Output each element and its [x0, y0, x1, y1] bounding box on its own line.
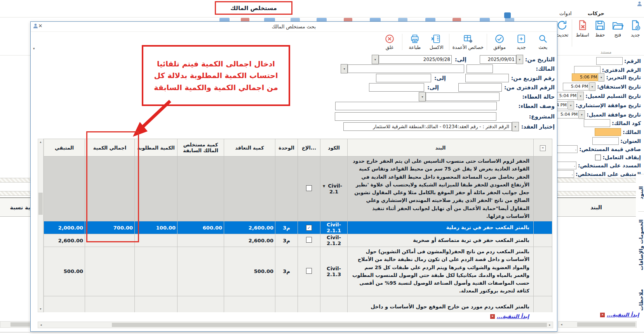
scrollbar-thumb[interactable]	[112, 323, 547, 327]
row-checkbox[interactable]	[306, 237, 312, 243]
expander-icon[interactable]: ▼	[323, 184, 325, 188]
distribution-to-input[interactable]	[376, 74, 431, 82]
quick-access-icon[interactable]	[504, 12, 511, 18]
contract-label: إختيار العقد:	[521, 124, 555, 130]
dialog-filter-link[interactable]: إبدأ التنقية... ✕	[490, 313, 529, 319]
row-checkbox[interactable]	[306, 225, 312, 231]
address-input[interactable]	[592, 137, 619, 145]
save-button[interactable]: حفظ	[592, 19, 609, 47]
number-input[interactable]	[596, 57, 623, 65]
stop-dealing-checkbox[interactable]	[595, 155, 601, 160]
scroll-left-arrow-icon[interactable]: ◂	[38, 323, 44, 327]
side-tab-items[interactable]: البنود	[638, 174, 644, 211]
table-row[interactable]: بالمتر المكعب حفر في تربة متماسكة أو صخر…	[44, 234, 552, 247]
contract-qty-column-header[interactable]: كمية التعاقد	[224, 139, 275, 157]
user-icon[interactable]	[637, 1, 642, 7]
due-time-input[interactable]: 5:04 PM	[563, 83, 589, 90]
form-row-date: التاريخ من: ▾ 2025/09/01 إلى: 2025/09/28…	[372, 55, 555, 64]
close-dialog-button[interactable]: غلق	[379, 34, 400, 50]
book-to-input[interactable]	[369, 83, 424, 92]
column-properties-button[interactable]: خصائص الأعمدة	[451, 34, 485, 50]
grid-vertical-scrollbar[interactable]: ▴ ▾	[38, 139, 44, 312]
background-horizontal-scrollbar[interactable]: ◂	[558, 321, 637, 328]
check-column-header[interactable]: ...الإخ	[298, 139, 320, 157]
chevron-down-icon[interactable]: ▾	[568, 101, 574, 110]
group-column-header[interactable]: –	[534, 139, 552, 157]
new-record-button[interactable]: جديد	[510, 34, 532, 50]
chevron-down-icon[interactable]: ▾	[589, 82, 595, 91]
chevron-down-icon[interactable]: ▾	[372, 55, 379, 64]
scroll-down-arrow-icon[interactable]: ▾	[38, 306, 43, 312]
close-icon[interactable]: ✕	[35, 23, 45, 30]
previous-qty-column-header[interactable]: كمية مستخلص المالك السابقة	[178, 139, 224, 157]
side-tab-discounts[interactable]: الخصومات والإضافات	[638, 211, 644, 278]
clear-filter-icon[interactable]: ✕	[490, 314, 495, 319]
scrollbar-thumb[interactable]	[577, 322, 635, 327]
project-input[interactable]	[335, 112, 496, 121]
background-table-header-left: ية نسبة	[0, 197, 33, 217]
new-button[interactable]: جديد	[627, 19, 644, 47]
remaining-cell: 2,600.00	[44, 234, 85, 247]
chevron-down-icon[interactable]: ▾	[598, 73, 604, 82]
table-row-partial[interactable]: بالمتر المكعب ردم مورد من خارج الموقع حو…	[44, 296, 552, 312]
total-qty-column-header[interactable]: اجمالي الكمية	[85, 139, 135, 157]
required-qty-cell[interactable]: 100.00	[135, 221, 178, 234]
date-from-input[interactable]: 2025/09/01	[480, 55, 516, 64]
tender-desc-label: وصف العطاء:	[519, 103, 555, 109]
collapse-icon[interactable]: –	[540, 145, 546, 151]
open-button[interactable]: فتح	[609, 19, 626, 47]
scroll-up-arrow-icon[interactable]: ▴	[38, 139, 43, 145]
ok-button[interactable]: موافق	[489, 34, 510, 50]
side-tab-notes[interactable]: ملاحظات	[638, 278, 644, 322]
table-gear-icon	[463, 34, 473, 44]
unit-column-header[interactable]: الوحدة	[275, 139, 298, 157]
book-from-input[interactable]	[458, 83, 502, 92]
chevron-down-icon[interactable]: ▾	[341, 64, 348, 73]
contract-qty-cell: 500.00	[224, 247, 275, 296]
total-qty-cell[interactable]: 700.00	[85, 221, 135, 234]
background-horizontal-scrollbar-left[interactable]	[0, 321, 31, 328]
tender-desc-input[interactable]	[335, 102, 497, 110]
owner-code-search-input[interactable]	[466, 64, 493, 73]
scroll-left-arrow-icon[interactable]: ◂	[559, 323, 564, 326]
dialog-horizontal-scrollbar[interactable]: ▸ ◂	[38, 322, 553, 328]
print-button[interactable]: طباعة	[404, 34, 426, 50]
scroll-right-arrow-icon[interactable]: ▸	[547, 323, 553, 327]
chevron-down-icon[interactable]: ▾	[578, 92, 584, 100]
table-row-group[interactable]: الحفر لزوم الاساسات حتى منسوب التاسيس عل…	[44, 157, 552, 221]
row-checkbox[interactable]	[306, 185, 312, 191]
owner-input[interactable]	[595, 128, 621, 136]
table-row[interactable]: بالمتر المكعب ردم من ناتج الحفر(والمشون …	[44, 247, 552, 296]
background-filter-link[interactable]: إبدأ التنقية... ✕	[600, 312, 639, 318]
code-column-header[interactable]: الكود	[320, 139, 348, 157]
chevron-down-icon[interactable]: ▾	[512, 122, 519, 131]
search-button[interactable]: بحث	[532, 34, 554, 50]
scrollbar-thumb[interactable]	[38, 193, 43, 215]
item-column-header[interactable]: البند	[348, 139, 534, 157]
owner-name-search-input[interactable]	[348, 64, 464, 73]
chevron-down-icon[interactable]: ▾	[516, 55, 523, 64]
clear-filter-icon[interactable]: ✕	[600, 313, 605, 317]
tab-transactions[interactable]: حركات	[588, 10, 604, 16]
owner-code-input[interactable]	[584, 119, 610, 127]
dialog-titlebar[interactable]: بحث مستخلص المالك ✕	[31, 22, 557, 32]
distribution-from-input[interactable]	[465, 74, 509, 82]
drop-button[interactable]: اسقاط	[574, 19, 591, 47]
field-label: الرقم الدفترى:	[602, 67, 641, 73]
book-number-input[interactable]	[574, 66, 600, 74]
scrollbar-thumb[interactable]	[10, 322, 30, 327]
table-row-selected[interactable]: بالمتر المكعب حفر في تربة رملية Civil-2.…	[44, 221, 552, 234]
date-to-input[interactable]: 2025/09/28	[379, 55, 452, 64]
edit-time-input[interactable]: 5:06 PM	[572, 73, 598, 81]
chevron-down-icon[interactable]: ▾	[419, 92, 426, 101]
contract-select[interactable]: الرقم الدفتر : - رقم العقد:01234 - المال…	[343, 122, 512, 131]
chevron-down-icon[interactable]: ▾	[579, 110, 585, 119]
app-window: حركات ادوات مستخلص المالك جديد	[0, 0, 644, 334]
tender-status-input[interactable]	[426, 92, 500, 101]
remaining-column-header[interactable]: المتبقي	[44, 139, 85, 157]
required-qty-column-header[interactable]: الكمية المطلوبة	[135, 139, 178, 157]
excel-button[interactable]: X الاكسل	[426, 34, 447, 50]
tab-tools[interactable]: ادوات	[559, 10, 572, 16]
row-checkbox[interactable]	[306, 268, 312, 274]
toolbar-overflow-icon[interactable]: ▾	[33, 47, 35, 50]
